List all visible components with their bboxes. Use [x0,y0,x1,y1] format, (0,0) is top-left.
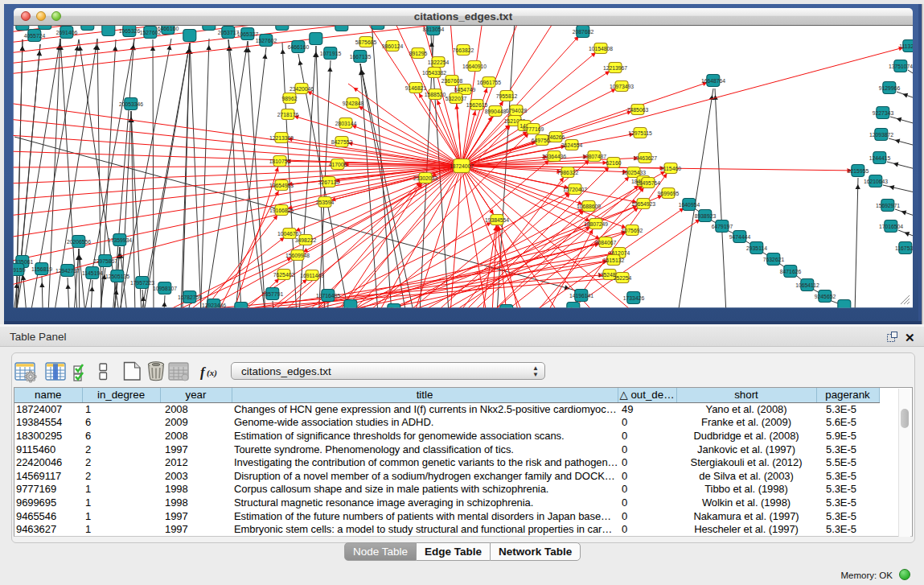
svg-text:10688609: 10688609 [577,204,601,209]
svg-text:9777169: 9777169 [523,126,544,132]
svg-text:13751074: 13751074 [889,64,913,69]
svg-text:6479197: 6479197 [712,224,733,229]
svg-text:8215955: 8215955 [848,168,869,174]
svg-text:1667135: 1667135 [350,54,372,60]
svg-text:1167533: 1167533 [895,245,916,251]
svg-text:1244415: 1244415 [869,155,891,161]
svg-text:16961755: 16961755 [477,80,501,85]
svg-text:1640954: 1640954 [679,202,700,208]
svg-text:9129966: 9129966 [879,85,901,91]
svg-text:8813054: 8813054 [423,27,445,32]
svg-text:10046763: 10046763 [277,231,302,237]
svg-text:1527602: 1527602 [256,38,277,43]
svg-text:2053717: 2053717 [218,30,240,35]
svg-text:3267130: 3267130 [318,179,340,185]
svg-text:1071915: 1071915 [320,51,342,56]
svg-text:18724007: 18724007 [450,163,474,169]
svg-text:4055724: 4055724 [24,33,46,39]
svg-text:12975115: 12975115 [628,130,652,136]
svg-text:19384554: 19384554 [485,217,509,223]
svg-text:15609948: 15609948 [285,253,310,258]
svg-text:1156819: 1156819 [31,266,52,272]
svg-text:12213369: 12213369 [269,135,294,141]
svg-text:19654923: 19654923 [631,201,655,207]
svg-text:8938923: 8938923 [695,213,717,219]
svg-text:19654983: 19654983 [269,183,294,188]
svg-text:12093872: 12093872 [869,132,893,138]
svg-text:18807249: 18807249 [584,221,608,227]
svg-text:1065327: 1065327 [237,31,259,37]
svg-text:6466160: 6466160 [158,26,179,31]
svg-text:23975867: 23975867 [93,258,117,264]
svg-text:15720407: 15720407 [563,187,587,192]
svg-text:14196141: 14196141 [569,293,593,299]
svg-text:3624554: 3624554 [561,142,583,148]
svg-text:891295: 891295 [409,51,428,56]
svg-text:1065326: 1065326 [119,28,141,34]
svg-text:16640910: 16640910 [462,64,487,69]
svg-text:9084067: 9084067 [595,240,617,245]
svg-text:252254: 252254 [614,275,632,281]
svg-text:8990448: 8990448 [485,109,507,114]
svg-text:1075692: 1075692 [622,228,643,233]
svg-text:1810755: 1810755 [269,159,291,164]
svg-text:746266: 746266 [547,134,565,140]
svg-text:15692971: 15692971 [876,203,900,208]
svg-text:5322037: 5322037 [446,96,467,101]
svg-text:10973493: 10973493 [610,84,634,89]
svg-text:17359934: 17359934 [108,237,132,243]
svg-text:18495764: 18495764 [636,180,660,186]
svg-text:2691406: 2691406 [56,30,78,35]
svg-text:1588520: 1588520 [425,92,446,97]
svg-text:5875685: 5875685 [355,39,377,45]
svg-text:19166825: 19166825 [269,208,294,213]
svg-text:9699695: 9699695 [658,191,680,196]
svg-text:7955812: 7955812 [496,93,518,99]
svg-text:12923446: 12923446 [202,303,226,308]
svg-text:16210643: 16210643 [864,179,888,184]
svg-text:1322254: 1322254 [428,60,450,65]
svg-text:8427552: 8427552 [331,139,353,145]
svg-text:23420046: 23420046 [290,86,314,92]
svg-text:2087682: 2087682 [573,29,594,35]
svg-text:20053346: 20053346 [119,101,143,107]
svg-text:1113254: 1113254 [899,43,920,49]
svg-text:19463627: 19463627 [633,155,657,161]
svg-text:10958107: 10958107 [153,286,177,291]
svg-text:1615132: 1615132 [603,257,625,263]
svg-text:7632621: 7632621 [763,257,785,262]
svg-text:10543382: 10543382 [422,70,446,76]
svg-text:2803144: 2803144 [335,121,357,126]
svg-text:1562615: 1562615 [466,102,488,108]
svg-text:9146821: 9146821 [405,85,427,91]
svg-text:12505135: 12505135 [105,274,129,279]
svg-text:3498222: 3498222 [295,237,317,243]
svg-text:20206556: 20206556 [67,239,91,245]
svg-text:62160: 62160 [606,160,622,166]
svg-text:7625402: 7625402 [273,272,295,278]
svg-text:17016504: 17016504 [879,224,903,229]
svg-text:13716485: 13716485 [316,293,340,299]
svg-text:17957223: 17957223 [130,280,154,286]
svg-text:1145194: 1145194 [82,270,103,276]
svg-text:1733426: 1733426 [623,295,645,301]
svg-text:(x): (x) [207,368,217,378]
svg-text:16911449: 16911449 [300,273,324,278]
svg-text:9860124: 9860124 [382,43,404,49]
svg-text:f: f [200,365,207,380]
svg-text:2935114: 2935114 [746,245,767,251]
svg-text:9857791: 9857791 [262,291,284,297]
svg-text:2367608: 2367608 [441,78,463,84]
svg-text:8454749: 8454749 [454,87,476,93]
svg-text:23302033: 23302033 [413,175,437,181]
svg-text:16782759: 16782759 [178,295,202,300]
svg-text:10154808: 10154808 [589,46,613,51]
svg-text:2718176: 2718176 [277,112,299,117]
svg-text:9474444: 9474444 [729,234,751,240]
svg-text:253594: 253594 [316,200,335,205]
svg-text:6794028: 6794028 [506,108,528,113]
svg-text:6466160: 6466160 [288,44,310,50]
svg-text:10025433: 10025433 [622,170,646,175]
svg-text:10807487: 10807487 [582,154,606,159]
svg-text:9227343: 9227343 [873,110,894,116]
